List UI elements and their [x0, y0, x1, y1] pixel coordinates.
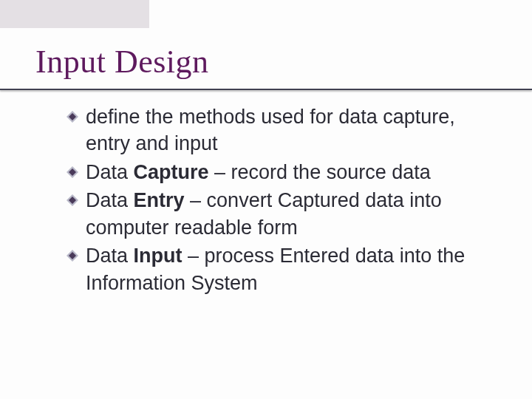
slide-title: Input Design — [35, 43, 209, 81]
bullet-text: Data Input – process Entered data into t… — [86, 242, 488, 296]
decorative-top-bar — [0, 0, 149, 28]
bullet-text: Data Entry – convert Captured data into … — [86, 187, 488, 241]
diamond-bullet-icon — [66, 194, 78, 206]
bullet-item: define the methods used for data capture… — [66, 103, 488, 157]
diamond-bullet-icon — [66, 111, 78, 123]
bullet-text: define the methods used for data capture… — [86, 103, 488, 157]
diamond-bullet-icon — [66, 250, 78, 262]
bullet-item: Data Capture – record the source data — [66, 159, 488, 185]
diamond-bullet-icon — [66, 166, 78, 178]
slide: Input Design define the methods used for… — [0, 0, 532, 399]
bullet-text: Data Capture – record the source data — [86, 159, 431, 185]
bullet-item: Data Input – process Entered data into t… — [66, 242, 488, 296]
bullet-item: Data Entry – convert Captured data into … — [66, 187, 488, 241]
title-underline — [0, 89, 532, 90]
slide-content: define the methods used for data capture… — [66, 103, 488, 298]
